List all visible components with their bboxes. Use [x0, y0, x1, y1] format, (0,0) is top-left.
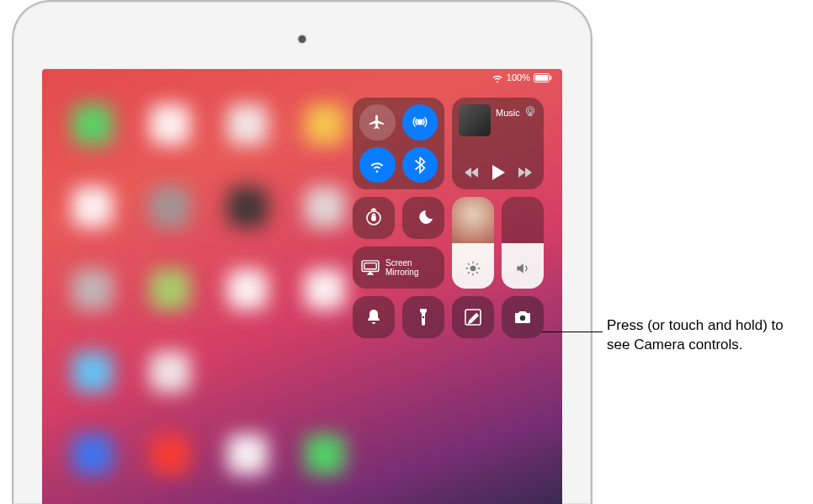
do-not-disturb-button[interactable] — [402, 197, 444, 239]
previous-track-button[interactable] — [464, 167, 479, 178]
brightness-icon — [465, 260, 481, 280]
bluetooth-button[interactable] — [402, 147, 438, 183]
volume-icon — [514, 260, 531, 280]
album-art — [459, 104, 491, 136]
svg-point-11 — [422, 316, 424, 318]
wifi-status-icon — [492, 73, 503, 82]
svg-point-13 — [520, 316, 525, 321]
music-widget[interactable]: Music — [452, 98, 544, 189]
status-bar: 100% — [492, 72, 552, 82]
music-app-label: Music — [496, 108, 520, 118]
brightness-slider[interactable] — [452, 197, 494, 289]
camera-callout-text: Press (or touch and hold) to see Camera … — [607, 316, 800, 355]
airplane-mode-button[interactable] — [359, 104, 396, 141]
silent-mode-button[interactable] — [353, 296, 395, 338]
wifi-button[interactable] — [359, 147, 396, 183]
svg-rect-10 — [364, 263, 376, 269]
ipad-front-camera — [299, 35, 306, 43]
airplay-audio-icon[interactable] — [523, 104, 537, 121]
airdrop-button[interactable] — [402, 104, 438, 141]
rotation-lock-button[interactable] — [353, 197, 395, 239]
svg-point-8 — [470, 266, 476, 272]
volume-slider[interactable] — [502, 197, 544, 289]
screen-mirroring-label: Screen Mirroring — [385, 258, 429, 277]
ipad-frame: 100% — [12, 0, 592, 504]
svg-rect-1 — [535, 75, 548, 81]
notes-button[interactable] — [452, 296, 494, 338]
control-center: Music — [353, 98, 544, 338]
screen-mirroring-button[interactable]: Screen Mirroring — [353, 247, 444, 289]
flashlight-button[interactable] — [402, 296, 444, 338]
play-button[interactable] — [491, 164, 506, 181]
battery-level: 100% — [507, 72, 530, 82]
svg-point-3 — [417, 120, 422, 125]
svg-rect-7 — [372, 216, 375, 220]
next-track-button[interactable] — [518, 167, 533, 178]
camera-button[interactable] — [502, 296, 544, 338]
ipad-screen: 100% — [42, 69, 562, 504]
svg-point-5 — [529, 109, 533, 113]
callout-leader-line — [537, 332, 603, 332]
connectivity-group[interactable] — [353, 98, 444, 189]
svg-rect-2 — [550, 76, 552, 80]
battery-icon — [534, 73, 552, 82]
